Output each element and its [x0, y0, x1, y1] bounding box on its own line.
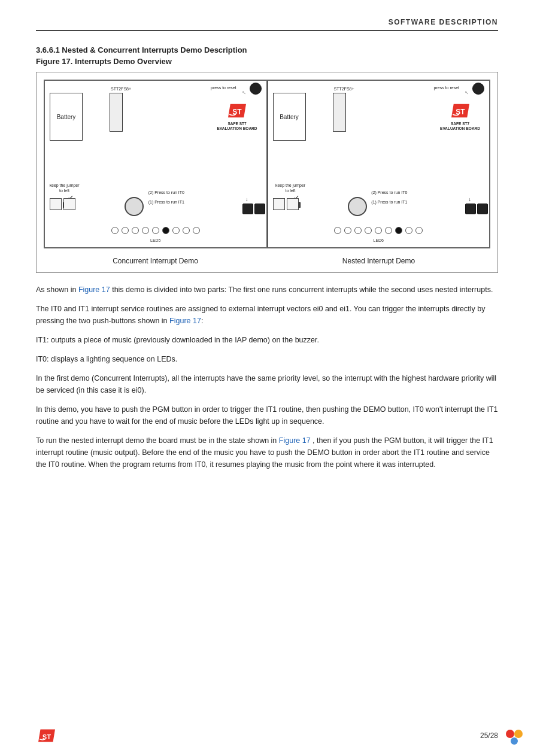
footer-st-logo: ST: [36, 727, 57, 744]
led-row-left: [45, 227, 266, 234]
jumper-label-left: keep the jumperto left: [48, 183, 81, 193]
battery-box-right: Battery: [273, 93, 306, 141]
figure-label: Figure 17. Interrupts Demo: [36, 57, 135, 66]
sq-btn-2-right[interactable]: [477, 204, 488, 214]
led-5-right: [375, 227, 382, 234]
arrow-reset-right: ←: [463, 88, 472, 97]
tall-chip-left: [110, 93, 123, 132]
svg-point-4: [514, 730, 523, 738]
reset-btn-left[interactable]: [250, 83, 262, 95]
led-row-right: [268, 227, 490, 234]
paragraph-4: IT0: displays a lighting sequence on LED…: [36, 353, 498, 365]
para2-colon: :: [201, 317, 203, 325]
para4-text: IT0: displays a lighting sequence on LED…: [36, 355, 177, 363]
para2-text: The IT0 and IT1 interrupt service routin…: [36, 305, 485, 325]
led-8-right: [405, 227, 412, 234]
led-label-right: LED6: [373, 238, 384, 242]
led-1-right: [334, 227, 341, 234]
led-4-right: [365, 227, 372, 234]
battery-label-right: Battery: [280, 114, 299, 120]
small-sq-r1: [273, 198, 285, 210]
page-header: SOFTWARE DESCRIPTION: [36, 18, 498, 31]
section-heading-text: 3.6.6.1 Nested & Concurrent Interrupts D…: [36, 45, 247, 54]
para7-pre: To run the nested interrupt demo the boa…: [36, 436, 277, 445]
led-label-left: LED5: [150, 238, 161, 242]
sq-btn-1-right[interactable]: [465, 204, 476, 214]
battery-label-left: Battery: [57, 114, 76, 120]
press-it0-right: (2) Press to run IT0: [371, 190, 407, 195]
figure-heading-normal: Overview: [135, 57, 171, 66]
led-9-left: [193, 227, 200, 234]
right-diagram-panel: Battery STT2FS8+ press to reset ←: [267, 80, 490, 248]
svg-point-5: [511, 737, 518, 745]
stt-label-right: STT2FS8+: [334, 87, 354, 91]
battery-box-left: Battery: [50, 93, 83, 141]
stt-label-left: STT2FS8+: [111, 87, 131, 91]
press-reset-left: press to reset: [211, 86, 236, 90]
small-sq-1: [50, 198, 62, 210]
led-3-left: [132, 227, 139, 234]
st-logo-right: ST SAFE ST7 EVALUATION BOARD: [440, 102, 480, 132]
paragraph-3: IT1: outputs a piece of music (previousl…: [36, 334, 498, 346]
header-title: SOFTWARE DESCRIPTION: [389, 18, 498, 26]
led-6-right: [385, 227, 392, 234]
right-panel-caption: Nested Interrupt Demo: [267, 254, 490, 265]
small-sq-r2: [287, 198, 299, 210]
sq-btn-1-left[interactable]: [242, 204, 253, 214]
footer-page-number: 25/28: [480, 731, 498, 740]
para5-text: In the first demo (Concurrent Interrupts…: [36, 374, 496, 394]
para3-text: IT1: outputs a piece of music (previousl…: [36, 336, 319, 344]
press-reset-right: press to reset: [434, 86, 459, 90]
figure-box: Battery STT2FS8+ press to reset ←: [36, 72, 498, 273]
diagram-panels: Battery STT2FS8+ press to reset ←: [44, 80, 490, 248]
press-it1-left: (1) Press to run IT1: [148, 200, 184, 204]
led-2-right: [344, 227, 351, 234]
left-diagram-panel: Battery STT2FS8+ press to reset ←: [44, 80, 267, 248]
section-heading: 3.6.6.1 Nested & Concurrent Interrupts D…: [36, 45, 498, 54]
panel-captions: Concurrent Interrupt Demo Nested Interru…: [44, 254, 490, 265]
small-sq-group-right: [273, 198, 299, 210]
press-it0-left: (2) Press to run IT0: [148, 190, 184, 195]
para2-ref[interactable]: Figure 17: [169, 317, 201, 325]
figure-heading: Figure 17. Interrupts Demo Overview: [36, 57, 498, 66]
para1-pre: As shown in: [36, 286, 78, 294]
paragraph-6: In this demo, you have to push the PGM b…: [36, 403, 498, 427]
led-1-left: [111, 227, 119, 234]
reset-btn-right[interactable]: [472, 83, 484, 95]
st-logo-text-left: SAFE ST7 EVALUATION BOARD: [217, 122, 257, 132]
paragraph-5: In the first demo (Concurrent Interrupts…: [36, 372, 498, 396]
small-sq-2: [63, 198, 75, 210]
para1-post: this demo is divided into two parts: The…: [110, 286, 493, 294]
arrow-reset-left: ←: [239, 88, 248, 97]
led-2-left: [122, 227, 129, 234]
svg-point-3: [506, 730, 514, 738]
color-dots-svg: [505, 729, 524, 745]
svg-text:ST: ST: [43, 733, 51, 740]
paragraph-1: As shown in Figure 17 this demo is divid…: [36, 284, 498, 296]
led-9-right: [415, 227, 423, 234]
led-8-left: [183, 227, 190, 234]
tall-chip-right: [333, 93, 346, 132]
sq-btn-2-left[interactable]: [254, 204, 265, 214]
color-dots-decoration: [505, 729, 524, 746]
led-3-right: [354, 227, 362, 234]
led-6-left: [162, 227, 169, 234]
press-it1-right: (1) Press to run IT1: [371, 200, 407, 204]
led-7-right: [395, 227, 402, 234]
para6-text: In this demo, you have to push the PGM b…: [36, 405, 498, 426]
led-7-left: [172, 227, 180, 234]
para7-ref[interactable]: Figure 17: [279, 436, 311, 445]
jumper-label-right: keep the jumperto left: [271, 183, 310, 193]
led-5-left: [152, 227, 159, 234]
small-sq-group-left: [50, 198, 75, 210]
left-panel-caption: Concurrent Interrupt Demo: [44, 254, 267, 265]
circle-btn-right[interactable]: [348, 197, 367, 216]
arrow-it0-right: ↓: [469, 196, 472, 202]
para1-ref[interactable]: Figure 17: [78, 286, 110, 294]
paragraph-2: The IT0 and IT1 interrupt service routin…: [36, 303, 498, 327]
paragraph-7: To run the nested interrupt demo the boa…: [36, 435, 498, 470]
st-logo-svg-right: ST: [449, 102, 472, 120]
st-logo-left: ST SAFE ST7 EVALUATION BOARD: [217, 102, 257, 132]
circle-btn-left[interactable]: [125, 197, 144, 216]
st-logo-svg-left: ST: [226, 102, 248, 120]
